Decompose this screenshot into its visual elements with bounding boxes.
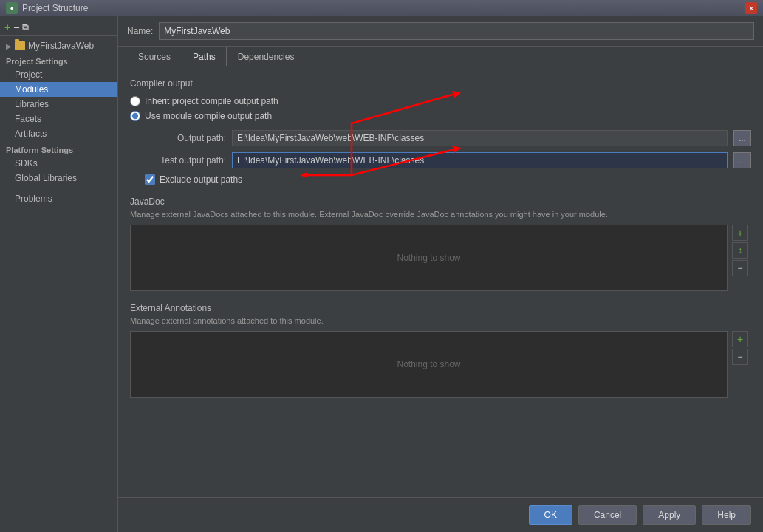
- compiler-output-title: Compiler output: [130, 78, 751, 89]
- use-module-radio[interactable]: [130, 111, 140, 121]
- sidebar-item-project[interactable]: Project: [0, 67, 117, 82]
- use-module-radio-label: Use module compile output path: [145, 111, 272, 121]
- name-label: Name:: [127, 26, 153, 36]
- test-output-path-input[interactable]: [232, 152, 728, 168]
- external-annotations-empty-label: Nothing to show: [397, 359, 460, 369]
- external-annotations-list: Nothing to show: [130, 331, 728, 398]
- javadoc-title: JavaDoc: [130, 197, 751, 207]
- external-annotations-actions: + −: [732, 331, 748, 365]
- tab-dependencies[interactable]: Dependencies: [227, 47, 306, 66]
- footer-bar: OK Cancel Apply Help: [118, 497, 763, 532]
- output-path-label: Output path:: [145, 133, 226, 143]
- javadoc-section: JavaDoc Manage external JavaDocs attache…: [130, 197, 751, 291]
- exclude-checkbox-label: Exclude output paths: [160, 174, 242, 185]
- use-module-radio-row: Use module compile output path: [130, 111, 751, 121]
- project-settings-header: Project Settings: [0, 52, 117, 67]
- tree-arrow-icon: ▶: [6, 42, 12, 50]
- external-annotations-list-wrapper: Nothing to show + −: [130, 331, 728, 398]
- javadoc-actions: + ↕ −: [732, 225, 748, 276]
- external-annotations-remove-button[interactable]: −: [732, 349, 748, 365]
- inherit-radio-label: Inherit project compile output path: [145, 96, 278, 106]
- inherit-radio[interactable]: [130, 96, 140, 106]
- exclude-checkbox-row: Exclude output paths: [130, 174, 751, 185]
- sidebar-item-facets[interactable]: Facets: [0, 112, 117, 126]
- javadoc-add-button[interactable]: +: [732, 225, 748, 241]
- external-annotations-description: Manage external annotations attached to …: [130, 316, 751, 325]
- compiler-output-radio-group: Inherit project compile output path Use …: [130, 96, 751, 121]
- apply-button[interactable]: Apply: [643, 505, 696, 525]
- copy-module-button[interactable]: ⧉: [22, 23, 29, 32]
- output-path-input[interactable]: [232, 130, 728, 146]
- panel-content: Compiler output Inherit project compile …: [118, 66, 763, 497]
- exclude-checkbox[interactable]: [145, 174, 155, 185]
- folder-icon: [15, 41, 25, 50]
- sidebar: + − ⧉ ▶ MyFirstJavaWeb Project Settings …: [0, 16, 118, 532]
- app-icon: ♦: [6, 2, 18, 14]
- javadoc-remove-button[interactable]: −: [732, 260, 748, 276]
- add-module-button[interactable]: +: [4, 22, 10, 33]
- output-path-browse-button[interactable]: ...: [733, 130, 751, 146]
- external-annotations-add-button[interactable]: +: [732, 331, 748, 347]
- name-bar: Name:: [118, 16, 763, 47]
- name-input[interactable]: [159, 22, 754, 40]
- external-annotations-title: External Annotations: [130, 303, 751, 313]
- sidebar-item-modules[interactable]: Modules: [0, 82, 117, 97]
- tab-sources[interactable]: Sources: [127, 47, 182, 66]
- output-path-row: Output path: ...: [130, 130, 751, 146]
- test-output-path-browse-button[interactable]: ...: [733, 152, 751, 168]
- window-title: Project Structure: [22, 3, 741, 13]
- help-button[interactable]: Help: [702, 505, 751, 525]
- javadoc-empty-label: Nothing to show: [397, 253, 460, 263]
- content-area: Name: Sources Paths Dependencies Compile…: [118, 16, 763, 532]
- tabs-bar: Sources Paths Dependencies: [118, 47, 763, 66]
- project-structure-window: ♦ Project Structure ✕ + − ⧉ ▶ MyFirstJav…: [0, 0, 763, 532]
- title-bar: ♦ Project Structure ✕: [0, 0, 763, 16]
- test-output-path-row: Test output path: ...: [130, 152, 751, 168]
- sidebar-item-sdks[interactable]: SDKs: [0, 156, 117, 171]
- sidebar-item-libraries[interactable]: Libraries: [0, 97, 117, 112]
- tab-paths[interactable]: Paths: [182, 47, 227, 66]
- platform-settings-header: Platform Settings: [0, 141, 117, 156]
- test-output-path-label: Test output path:: [145, 155, 226, 166]
- inherit-radio-row: Inherit project compile output path: [130, 96, 751, 106]
- sidebar-item-global-libraries[interactable]: Global Libraries: [0, 171, 117, 185]
- tree-item-label: MyFirstJavaWeb: [28, 41, 94, 51]
- sidebar-toolbar: + − ⧉: [0, 19, 117, 36]
- external-annotations-section: External Annotations Manage external ann…: [130, 303, 751, 398]
- remove-module-button[interactable]: −: [13, 22, 19, 33]
- javadoc-list-wrapper: Nothing to show + ↕ −: [130, 225, 728, 291]
- ok-button[interactable]: OK: [529, 505, 572, 525]
- cancel-button[interactable]: Cancel: [578, 505, 637, 525]
- close-button[interactable]: ✕: [745, 2, 757, 14]
- sidebar-item-problems[interactable]: Problems: [0, 191, 117, 206]
- main-content: + − ⧉ ▶ MyFirstJavaWeb Project Settings …: [0, 16, 763, 532]
- sidebar-item-artifacts[interactable]: Artifacts: [0, 126, 117, 141]
- javadoc-move-button[interactable]: ↕: [732, 242, 748, 259]
- javadoc-list: Nothing to show: [130, 225, 728, 291]
- javadoc-description: Manage external JavaDocs attached to thi…: [130, 210, 751, 219]
- tree-item-module[interactable]: ▶ MyFirstJavaWeb: [0, 39, 117, 52]
